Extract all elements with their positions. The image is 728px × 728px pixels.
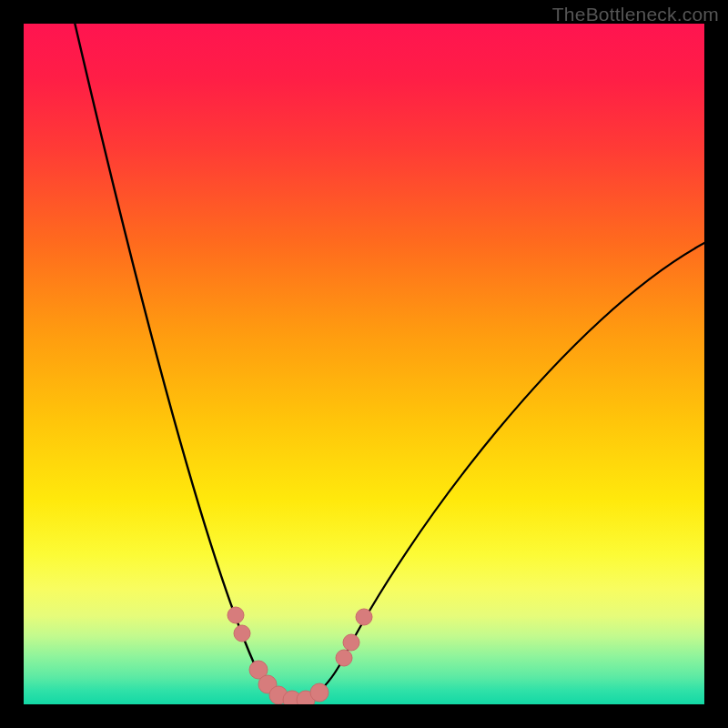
curve-dot bbox=[336, 650, 352, 666]
curve-dot bbox=[343, 634, 359, 651]
curve-left bbox=[73, 24, 297, 701]
curve-dot bbox=[234, 625, 250, 642]
curve-right bbox=[297, 242, 704, 701]
curve-dots-group bbox=[228, 607, 372, 704]
watermark-text: TheBottleneck.com bbox=[552, 4, 719, 25]
curve-dot bbox=[228, 607, 244, 623]
curve-dot bbox=[310, 683, 329, 702]
chart-frame bbox=[24, 24, 704, 704]
curve-dot bbox=[356, 609, 372, 625]
chart-svg bbox=[24, 24, 704, 704]
